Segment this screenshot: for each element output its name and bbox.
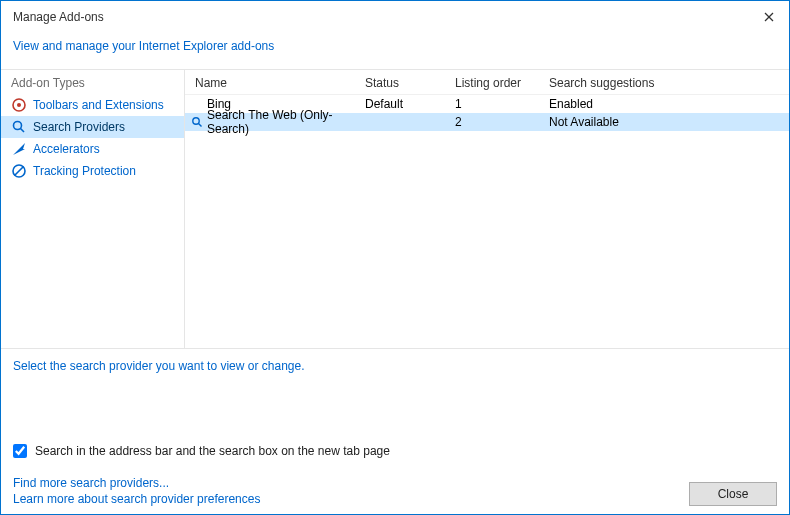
table-row[interactable]: Search The Web (Only-Search) 2 Not Avail… <box>185 113 789 131</box>
toolbars-icon <box>11 97 27 113</box>
provider-suggestions: Enabled <box>539 97 789 111</box>
column-header-status[interactable]: Status <box>355 76 445 90</box>
sidebar: Add-on Types Toolbars and Extensions Sea… <box>1 70 185 348</box>
subheader: View and manage your Internet Explorer a… <box>1 31 789 69</box>
accelerators-icon <box>11 141 27 157</box>
svg-point-3 <box>17 103 21 107</box>
provider-search-icon <box>191 116 203 128</box>
column-header-search-suggestions[interactable]: Search suggestions <box>539 76 789 90</box>
close-icon <box>764 12 774 22</box>
window-close-button[interactable] <box>759 7 779 27</box>
learn-more-link[interactable]: Learn more about search provider prefere… <box>13 492 260 506</box>
sidebar-item-label: Toolbars and Extensions <box>33 98 164 112</box>
svg-line-10 <box>199 124 202 127</box>
close-button[interactable]: Close <box>689 482 777 506</box>
provider-name: Search The Web (Only-Search) <box>207 108 355 136</box>
sidebar-item-toolbars-extensions[interactable]: Toolbars and Extensions <box>1 94 184 116</box>
address-bar-search-checkbox[interactable] <box>13 444 27 458</box>
address-bar-checkbox-row: Search in the address bar and the search… <box>13 438 777 476</box>
tracking-protection-icon <box>11 163 27 179</box>
hint-text: Select the search provider you want to v… <box>1 349 789 377</box>
column-headers: Name Status Listing order Search suggest… <box>185 70 789 95</box>
view-manage-link[interactable]: View and manage your Internet Explorer a… <box>13 39 274 53</box>
provider-suggestions: Not Available <box>539 115 789 129</box>
column-header-listing-order[interactable]: Listing order <box>445 76 539 90</box>
svg-point-9 <box>193 118 199 124</box>
sidebar-item-accelerators[interactable]: Accelerators <box>1 138 184 160</box>
sidebar-item-label: Accelerators <box>33 142 100 156</box>
sidebar-item-search-providers[interactable]: Search Providers <box>1 116 184 138</box>
sidebar-header: Add-on Types <box>1 70 184 94</box>
window-title: Manage Add-ons <box>13 10 104 24</box>
sidebar-item-label: Search Providers <box>33 120 125 134</box>
provider-status: Default <box>355 97 445 111</box>
sidebar-item-label: Tracking Protection <box>33 164 136 178</box>
close-button-label: Close <box>718 487 749 501</box>
column-header-name[interactable]: Name <box>185 76 355 90</box>
sidebar-item-tracking-protection[interactable]: Tracking Protection <box>1 160 184 182</box>
address-bar-search-label: Search in the address bar and the search… <box>35 444 390 458</box>
spacer <box>1 377 789 438</box>
svg-point-4 <box>14 122 22 130</box>
provider-order: 1 <box>445 97 539 111</box>
find-more-providers-link[interactable]: Find more search providers... <box>13 476 260 490</box>
svg-line-8 <box>15 167 24 176</box>
bottom-panel: Search in the address bar and the search… <box>1 438 789 514</box>
search-icon <box>11 119 27 135</box>
provider-order: 2 <box>445 115 539 129</box>
main-content: Add-on Types Toolbars and Extensions Sea… <box>1 69 789 349</box>
titlebar: Manage Add-ons <box>1 1 789 31</box>
providers-table: Name Status Listing order Search suggest… <box>185 70 789 348</box>
svg-marker-6 <box>13 143 25 155</box>
svg-line-5 <box>21 129 25 133</box>
manage-addons-window: Manage Add-ons View and manage your Inte… <box>0 0 790 515</box>
